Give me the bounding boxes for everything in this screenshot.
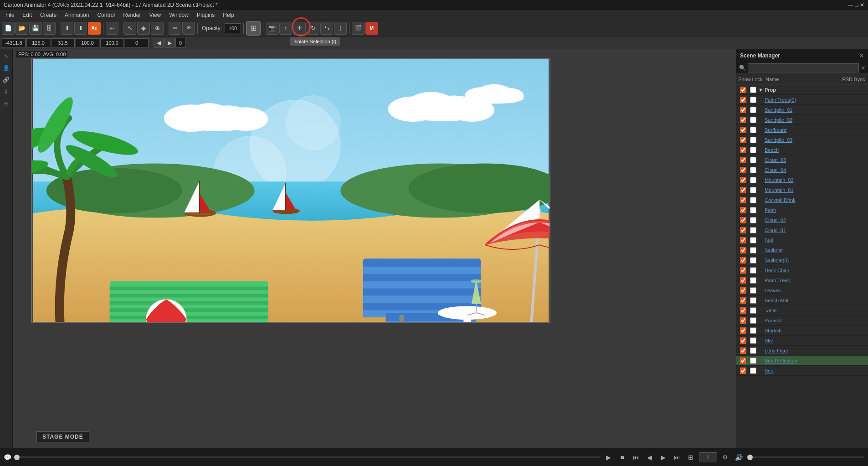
layer-lock-checkbox[interactable] [750, 317, 756, 324]
import-button[interactable]: ⬇ [61, 22, 73, 35]
layer-show-checkbox[interactable] [740, 157, 746, 163]
layer-lock-checkbox[interactable] [750, 337, 756, 344]
layer-name-label[interactable]: Sandpile_01 [758, 107, 866, 113]
layer-lock-checkbox[interactable] [750, 277, 756, 284]
layer-name-label[interactable]: Palm Trees(0) [758, 97, 866, 103]
layer-lock-checkbox[interactable] [750, 287, 756, 294]
layer-lock-checkbox[interactable] [750, 368, 756, 374]
layer-name-label[interactable]: Sailboat [758, 248, 866, 253]
record-button[interactable]: M [365, 22, 378, 35]
layer-show-checkbox[interactable] [740, 207, 746, 213]
layer-lock-checkbox[interactable] [750, 167, 756, 173]
scene-button[interactable]: 🎬 [352, 22, 365, 35]
move-button[interactable]: ↕ [279, 22, 292, 35]
menu-help[interactable]: Help [219, 11, 238, 19]
menu-create[interactable]: Create [36, 11, 60, 19]
w-input[interactable] [51, 38, 75, 47]
y-input[interactable] [26, 38, 50, 47]
timeline-track[interactable] [14, 456, 601, 458]
menu-view[interactable]: View [145, 11, 164, 19]
sidebar-grid[interactable]: ⊞ [1, 98, 11, 109]
loop-icon[interactable]: 💬 [4, 454, 11, 461]
layer-name-label[interactable]: Cloud_04 [758, 167, 866, 173]
layer-show-checkbox[interactable] [740, 117, 746, 123]
layer-lock-checkbox[interactable] [750, 237, 756, 243]
layer-name-label[interactable]: Beach Mat [758, 298, 866, 303]
save-button[interactable]: 💾 [29, 22, 42, 35]
align-button[interactable]: ⫿ [334, 22, 347, 35]
node-button[interactable]: ◈ [137, 22, 150, 35]
layer-show-checkbox[interactable] [740, 297, 746, 304]
layer-show-checkbox[interactable] [740, 107, 746, 113]
layer-show-checkbox[interactable] [740, 357, 746, 364]
stop-button[interactable]: ■ [617, 452, 628, 463]
layer-show-checkbox[interactable] [740, 317, 746, 324]
menu-render[interactable]: Render [119, 11, 144, 19]
layer-lock-checkbox[interactable] [750, 187, 756, 193]
layer-show-checkbox[interactable] [740, 337, 746, 344]
layer-show-checkbox[interactable] [740, 87, 746, 93]
layer-name-label[interactable]: Lens Flare [758, 348, 866, 353]
layer-name-label[interactable]: Mountain_02 [758, 177, 866, 183]
layer-show-checkbox[interactable] [740, 267, 746, 274]
layer-name-label[interactable]: Ball [758, 238, 866, 243]
frame-input[interactable] [699, 452, 717, 462]
play-button[interactable]: ▶ [603, 452, 614, 463]
settings-icon[interactable]: ⚙ [720, 452, 731, 463]
scale-input[interactable] [100, 38, 124, 47]
x-input[interactable] [2, 38, 26, 47]
h-input[interactable] [76, 38, 99, 47]
layer-name-label[interactable]: Cloud_02 [758, 217, 866, 223]
layer-show-checkbox[interactable] [740, 227, 746, 233]
layer-lock-checkbox[interactable] [750, 197, 756, 203]
layer-name-label[interactable]: Sea Reflection [758, 358, 866, 363]
layer-lock-checkbox[interactable] [750, 107, 756, 113]
layer-name-label[interactable]: Cloud_03 [758, 157, 866, 163]
menu-control[interactable]: Control [93, 11, 118, 19]
timeline-thumb[interactable] [14, 455, 20, 460]
layer-lock-checkbox[interactable] [750, 257, 756, 264]
layer-lock-checkbox[interactable] [750, 157, 756, 163]
layer-lock-checkbox[interactable] [750, 127, 756, 133]
search-input[interactable] [748, 63, 859, 72]
minimize-btn[interactable]: — [848, 2, 853, 8]
layer-show-checkbox[interactable] [740, 137, 746, 143]
maximize-btn[interactable]: □ [855, 2, 858, 8]
layer-show-checkbox[interactable] [740, 97, 746, 103]
search-clear-icon[interactable]: ✕ [861, 65, 865, 71]
layer-show-checkbox[interactable] [740, 247, 746, 254]
sidebar-select[interactable]: ↖ [1, 51, 11, 61]
sidebar-link[interactable]: 🔗 [1, 75, 11, 85]
flip-button[interactable]: ⇆ [320, 22, 333, 35]
panel-close-icon[interactable]: ✕ [859, 52, 864, 59]
menu-animation[interactable]: Animation [61, 11, 92, 19]
menu-window[interactable]: Window [165, 11, 192, 19]
layer-name-label[interactable]: Cloud_01 [758, 228, 866, 233]
layer-lock-checkbox[interactable] [750, 297, 756, 304]
layer-name-label[interactable]: Sky [758, 338, 866, 343]
export-button[interactable]: ⬆ [74, 22, 87, 35]
layer-name-label[interactable]: Sandpile_03 [758, 137, 866, 143]
layer-lock-checkbox[interactable] [750, 137, 756, 143]
tb2-btn2[interactable]: ▶ [164, 38, 175, 48]
loop-button[interactable]: ⊞ [685, 452, 696, 463]
layer-lock-checkbox[interactable] [750, 267, 756, 274]
pen-button[interactable]: ✏ [169, 22, 181, 35]
layer-name-label[interactable]: Sea [758, 368, 866, 373]
layer-name-label[interactable]: Palm [758, 207, 866, 213]
layer-lock-checkbox[interactable] [750, 147, 756, 153]
next-frame-button[interactable]: ⏭ [672, 452, 683, 463]
layer-lock-checkbox[interactable] [750, 207, 756, 213]
open-button[interactable]: 📂 [15, 22, 28, 35]
eye-button[interactable]: 👁 [182, 22, 195, 35]
layer-show-checkbox[interactable] [740, 177, 746, 183]
bone-button[interactable]: ⊕ [151, 22, 164, 35]
layer-show-checkbox[interactable] [740, 287, 746, 294]
layer-show-checkbox[interactable] [740, 237, 746, 243]
layer-name-label[interactable]: Leaves [758, 288, 866, 293]
layer-lock-checkbox[interactable] [750, 87, 756, 93]
menu-plugins[interactable]: Plugins [193, 11, 218, 19]
isolate-button[interactable]: ⊞ [246, 21, 261, 36]
layer-lock-checkbox[interactable] [750, 347, 756, 354]
layer-lock-checkbox[interactable] [750, 97, 756, 103]
